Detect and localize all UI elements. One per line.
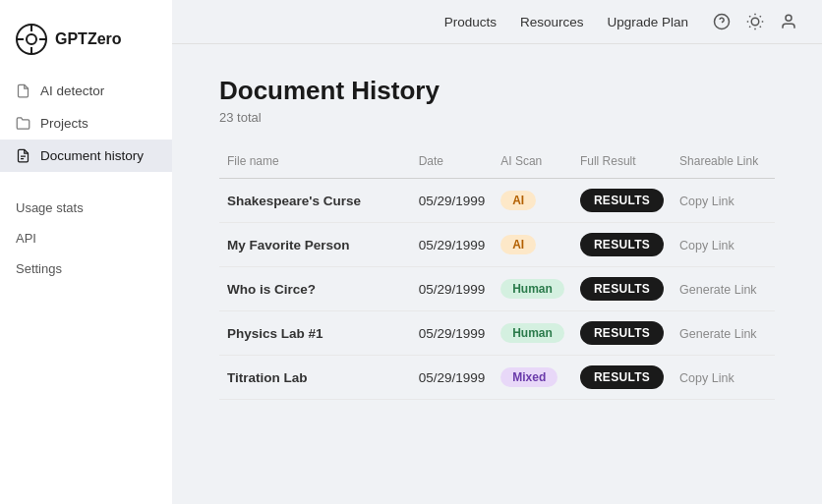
page-title: Document History: [219, 76, 775, 106]
sidebar-divider: [0, 182, 172, 183]
svg-point-10: [751, 18, 759, 26]
gptzero-logo-icon: [16, 24, 47, 55]
svg-point-1: [27, 34, 36, 44]
col-header-aiscan: AI Scan: [493, 148, 572, 179]
sidebar: GPTZero AI detector Projects Document hi…: [0, 0, 172, 504]
sidebar-item-document-history-label: Document history: [40, 148, 144, 163]
results-button[interactable]: RESULTS: [580, 365, 664, 389]
cell-aiscan: Human: [493, 267, 572, 311]
sidebar-item-projects[interactable]: Projects: [0, 107, 172, 140]
cell-aiscan: Mixed: [493, 356, 572, 400]
brand-name: GPTZero: [55, 30, 122, 48]
top-navigation: Products Resources Upgrade Plan: [172, 0, 822, 44]
cell-share: Generate Link: [672, 311, 775, 356]
sidebar-item-usage-stats[interactable]: Usage stats: [0, 193, 172, 223]
table-row: My Favorite Person 05/29/1999 AI RESULTS…: [219, 223, 775, 267]
content-area: Document History 23 total File name Date…: [172, 44, 822, 504]
cell-share: Copy Link: [672, 179, 775, 223]
table-row: Titration Lab 05/29/1999 Mixed RESULTS C…: [219, 356, 775, 400]
cell-aiscan: AI: [493, 179, 572, 223]
nav-upgrade-plan[interactable]: Upgrade Plan: [607, 15, 688, 29]
cell-fullresult: RESULTS: [572, 223, 672, 267]
cell-share: Generate Link: [672, 267, 775, 311]
logo-area: GPTZero: [0, 16, 172, 75]
sidebar-item-ai-detector-label: AI detector: [40, 84, 104, 98]
cell-fullresult: RESULTS: [572, 356, 672, 400]
results-button[interactable]: RESULTS: [580, 321, 664, 345]
cell-fullresult: RESULTS: [572, 311, 672, 356]
share-link[interactable]: Copy Link: [679, 239, 734, 252]
folder-icon: [16, 116, 30, 131]
cell-fullresult: RESULTS: [572, 179, 672, 223]
cell-filename: Titration Lab: [219, 356, 411, 400]
ai-scan-badge: Mixed: [500, 367, 558, 387]
col-header-share: Shareable Link: [672, 148, 775, 179]
help-icon[interactable]: [712, 12, 732, 31]
ai-scan-badge: Human: [500, 279, 564, 299]
col-header-date: Date: [411, 148, 494, 179]
share-link[interactable]: Generate Link: [679, 283, 757, 297]
history-icon: [16, 148, 30, 163]
sidebar-item-settings[interactable]: Settings: [0, 253, 172, 284]
topnav-icon-group: [712, 12, 798, 31]
svg-line-14: [760, 27, 761, 28]
sidebar-item-projects-label: Projects: [40, 116, 88, 131]
page-subtitle: 23 total: [219, 110, 775, 125]
account-icon[interactable]: [779, 12, 798, 31]
sidebar-item-api[interactable]: API: [0, 223, 172, 253]
cell-filename: Shakespeare's Curse: [219, 179, 411, 223]
theme-icon[interactable]: [745, 12, 765, 31]
svg-line-17: [749, 27, 750, 28]
results-button[interactable]: RESULTS: [580, 189, 664, 212]
col-header-filename: File name: [219, 148, 411, 179]
svg-point-19: [786, 15, 792, 21]
cell-fullresult: RESULTS: [572, 267, 672, 311]
ai-scan-badge: Human: [500, 323, 564, 343]
nav-resources[interactable]: Resources: [520, 15, 584, 29]
cell-filename: My Favorite Person: [219, 223, 411, 267]
table-row: Who is Circe? 05/29/1999 Human RESULTS G…: [219, 267, 775, 311]
share-link[interactable]: Copy Link: [679, 195, 734, 208]
document-history-table: File name Date AI Scan Full Result Share…: [219, 148, 775, 400]
ai-scan-badge: AI: [500, 191, 536, 210]
svg-line-18: [760, 16, 761, 17]
cell-aiscan: Human: [493, 311, 572, 356]
file-icon: [16, 84, 30, 98]
svg-line-13: [749, 16, 750, 17]
main-area: Products Resources Upgrade Plan: [172, 0, 822, 504]
cell-date: 05/29/1999: [411, 179, 494, 223]
results-button[interactable]: RESULTS: [580, 277, 664, 301]
cell-share: Copy Link: [672, 356, 775, 400]
cell-date: 05/29/1999: [411, 267, 494, 311]
table-row: Physics Lab #1 05/29/1999 Human RESULTS …: [219, 311, 775, 356]
sidebar-item-document-history[interactable]: Document history: [0, 140, 172, 172]
share-link[interactable]: Copy Link: [679, 371, 734, 385]
nav-products[interactable]: Products: [444, 15, 497, 29]
cell-date: 05/29/1999: [411, 311, 494, 356]
ai-scan-badge: AI: [500, 235, 536, 254]
table-row: Shakespeare's Curse 05/29/1999 AI RESULT…: [219, 179, 775, 223]
col-header-fullresult: Full Result: [572, 148, 672, 179]
share-link[interactable]: Generate Link: [679, 327, 757, 341]
cell-aiscan: AI: [493, 223, 572, 267]
cell-filename: Who is Circe?: [219, 267, 411, 311]
cell-filename: Physics Lab #1: [219, 311, 411, 356]
cell-share: Copy Link: [672, 223, 775, 267]
results-button[interactable]: RESULTS: [580, 233, 664, 256]
table-header-row: File name Date AI Scan Full Result Share…: [219, 148, 775, 179]
cell-date: 05/29/1999: [411, 223, 494, 267]
cell-date: 05/29/1999: [411, 356, 494, 400]
sidebar-item-ai-detector[interactable]: AI detector: [0, 75, 172, 107]
